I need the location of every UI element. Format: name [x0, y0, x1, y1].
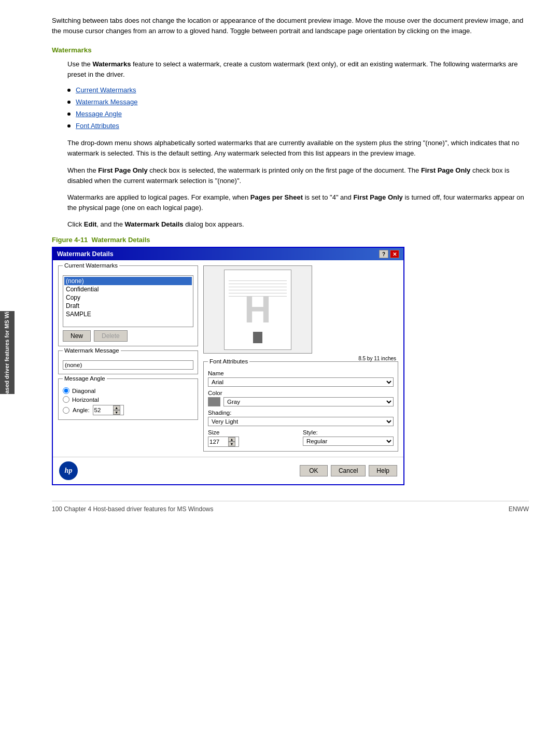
link-font-attributes[interactable]: Font Attributes [76, 122, 119, 130]
size-spinner-buttons: ▲ ▼ [228, 437, 235, 446]
side-tab: Host-based driver features for MS Window… [0, 311, 15, 394]
bullet-dot [67, 113, 71, 116]
angle-spinner-row: Angle: ▲ ▼ [63, 405, 193, 415]
section-body3: When the First Page Only check box is se… [67, 165, 529, 186]
list-item-none[interactable]: (none) [64, 277, 192, 285]
preview-page: H [224, 270, 291, 350]
style-select[interactable]: Regular [303, 437, 394, 446]
figure-label: Figure 4-11 Watermark Details [52, 236, 529, 244]
watermarks-listbox[interactable]: (none) Confidential Copy Draft SAMPLE [63, 275, 193, 327]
horizontal-radio[interactable] [63, 396, 69, 403]
hp-logo: hp [59, 461, 78, 480]
link-current-watermarks[interactable]: Current Watermarks [76, 86, 136, 94]
style-label: Style: [303, 429, 394, 435]
size-spin-up[interactable]: ▲ [228, 437, 235, 442]
help-button[interactable]: ? [379, 250, 388, 258]
size-label: Size [208, 429, 299, 435]
help-footer-button[interactable]: Help [369, 465, 397, 476]
shading-select[interactable]: Very Light [208, 417, 394, 426]
list-item-copy[interactable]: Copy [64, 293, 192, 302]
footer-left: hp [59, 461, 297, 480]
preview-line-1 [229, 280, 287, 281]
dialog-right-panel: H 8.5 by 11 inches Font Attributes Name … [203, 265, 398, 452]
font-attributes-group: Font Attributes Name Arial Color [203, 361, 398, 452]
link-message-angle[interactable]: Message Angle [76, 110, 122, 118]
section-body: Use the Watermarks feature to select a w… [67, 59, 529, 230]
bullet-item-3: Message Angle [67, 110, 529, 118]
color-select[interactable]: Gray [223, 397, 394, 406]
color-label: Color [208, 390, 394, 396]
style-col: Style: Regular [303, 429, 394, 447]
ok-button[interactable]: OK [300, 465, 328, 476]
color-select-row: Gray [208, 397, 394, 406]
section-body1: Use the Watermarks feature to select a w… [67, 59, 529, 80]
shading-label: Shading: [208, 410, 394, 416]
dialog-left-panel: Current Watermarks (none) Confidential C… [58, 265, 198, 452]
font-attributes-label: Font Attributes [208, 358, 249, 364]
dialog-body: Current Watermarks (none) Confidential C… [53, 260, 403, 457]
size-style-row: Size ▲ ▼ Style: [208, 429, 394, 447]
name-label: Name [208, 370, 394, 376]
list-item-confidential[interactable]: Confidential [64, 285, 192, 293]
dialog-title: Watermark Details [57, 250, 114, 258]
watermark-message-label: Watermark Message [63, 347, 121, 354]
angle-spin-up[interactable]: ▲ [113, 405, 120, 410]
size-value-input[interactable] [208, 438, 228, 445]
message-angle-group: Message Angle Diagonal Horizontal Angle: [58, 378, 198, 420]
bullet-item-4: Font Attributes [67, 122, 529, 130]
preview-area: H [203, 265, 312, 354]
angle-spin-down[interactable]: ▼ [113, 410, 120, 415]
horizontal-label: Horizontal [72, 397, 99, 403]
preview-line-2 [229, 284, 287, 284]
message-angle-label: Message Angle [63, 375, 107, 382]
intro-paragraph: Switching between tabs does not change t… [52, 16, 529, 36]
angle-spinner-buttons: ▲ ▼ [113, 405, 120, 415]
watermarks-buttons-row: New Delete [63, 330, 193, 342]
current-watermarks-group: Current Watermarks (none) Confidential C… [58, 265, 198, 346]
diagonal-radio-row: Diagonal [63, 387, 193, 394]
preview-watermark-h: H [244, 288, 271, 331]
bullet-item-2: Watermark Message [67, 98, 529, 106]
section-body2: The drop-down menu shows alphabetically … [67, 138, 529, 159]
section-body4: Watermarks are applied to logical pages.… [67, 192, 529, 213]
bullet-dot [67, 101, 71, 104]
watermark-details-dialog: Watermark Details ? ✕ Current Watermarks… [52, 247, 404, 485]
new-button[interactable]: New [63, 330, 91, 342]
size-col: Size ▲ ▼ [208, 429, 299, 447]
diagonal-radio[interactable] [63, 387, 69, 394]
name-select[interactable]: Arial [208, 377, 394, 387]
bullet-dot [67, 89, 71, 92]
size-spinner: ▲ ▼ [208, 437, 239, 447]
color-attr-row: Color Gray [208, 390, 394, 406]
angle-value-input[interactable] [93, 406, 113, 414]
bullet-dot [67, 124, 71, 128]
cancel-button[interactable]: Cancel [331, 465, 366, 476]
watermark-message-input[interactable] [63, 360, 193, 370]
angle-spinner: ▲ ▼ [93, 405, 124, 415]
preview-line-3 [229, 287, 287, 287]
close-button[interactable]: ✕ [390, 250, 399, 258]
size-spin-down[interactable]: ▼ [228, 442, 235, 446]
shading-attr-row: Shading: Very Light [208, 410, 394, 426]
list-item-sample[interactable]: SAMPLE [64, 310, 192, 318]
horizontal-radio-row: Horizontal [63, 396, 193, 403]
list-item-draft[interactable]: Draft [64, 302, 192, 310]
angle-radio[interactable] [63, 407, 69, 414]
titlebar-buttons: ? ✕ [379, 250, 399, 258]
dialog-titlebar: Watermark Details ? ✕ [53, 248, 403, 260]
dialog-footer: hp OK Cancel Help [53, 457, 403, 484]
preview-shadow-block [253, 332, 262, 343]
bullet-item-1: Current Watermarks [67, 86, 529, 94]
diagonal-label: Diagonal [72, 388, 95, 394]
link-watermark-message[interactable]: Watermark Message [76, 98, 137, 106]
footer-left-text: 100 Chapter 4 Host-based driver features… [52, 505, 213, 513]
footer-right-text: ENWW [509, 505, 529, 513]
color-swatch [208, 397, 220, 406]
angle-label: Angle: [73, 407, 90, 413]
bullet-list: Current Watermarks Watermark Message Mes… [67, 86, 529, 130]
side-tab-text: Host-based driver features for MS Window… [4, 293, 10, 412]
section-heading: Watermarks [52, 46, 529, 54]
delete-button[interactable]: Delete [94, 330, 128, 342]
name-attr-row: Name Arial [208, 370, 394, 387]
page-footer: 100 Chapter 4 Host-based driver features… [52, 501, 529, 513]
